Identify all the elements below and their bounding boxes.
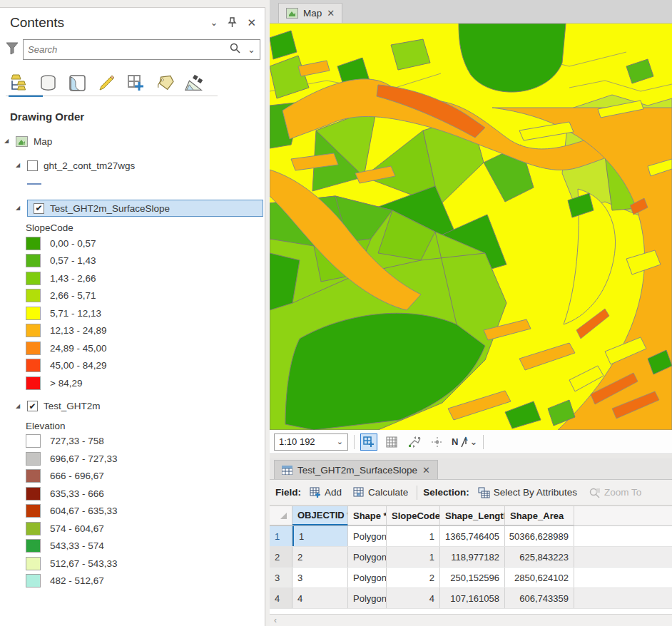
filter-icon[interactable] [6,41,19,58]
attribute-table-tab[interactable]: Test_GHT2m_SurfaceSlope ✕ [274,460,438,479]
row-number[interactable]: 2 [270,547,292,567]
legend-swatch[interactable] [26,237,41,250]
table-tab-close-icon[interactable]: ✕ [422,465,430,476]
tree-item-elevation-layer[interactable]: ◢ ✔ Test_GHT2m [0,398,265,415]
row-number[interactable]: 4 [270,588,292,608]
labeling-icon[interactable] [155,73,175,93]
table-cell[interactable]: 250,152596 [440,568,505,587]
selected-layer-highlight[interactable]: ✔ Test_GHT2m_SurfaceSlope [27,200,263,217]
table-cell[interactable]: 4 [387,588,440,608]
table-cell[interactable]: 2 [292,547,348,567]
table-cell[interactable]: Polygon [348,526,387,546]
edit-vertices-icon[interactable] [406,433,423,451]
table-cell[interactable]: 50366,628989 [505,526,574,546]
column-header-shape-area[interactable]: Shape_Area [505,506,574,525]
expander-icon[interactable]: ◢ [16,403,23,410]
table-cell[interactable]: 1 [387,526,440,546]
horizontal-scrollbar[interactable]: ‹ [270,614,672,626]
search-input[interactable] [28,44,230,55]
slope-layer-checkbox[interactable]: ✔ [34,203,44,214]
attribute-table-panel: Test_GHT2m_SurfaceSlope ✕ Field: Add Cal… [270,458,672,626]
legend-swatch[interactable] [26,539,41,553]
legend-swatch[interactable] [26,469,41,483]
add-field-button[interactable]: Add [307,485,345,500]
legend-class-label: 543,33 - 574 [50,540,104,551]
map-view-tab[interactable]: Map ✕ [278,3,342,23]
legend-swatch[interactable] [26,272,41,285]
north-arrow-icon[interactable]: N ⌄ [452,436,477,448]
table-cell[interactable]: Polygon [348,568,387,587]
tree-item-contour-layer[interactable]: ◢ ght_2_cont_tm27wgs [0,157,265,174]
list-by-perspective-icon[interactable] [184,73,204,93]
search-icon[interactable] [230,43,240,56]
elevation-layer-checkbox[interactable]: ✔ [27,401,38,411]
column-header-shape-length[interactable]: Shape_Length [440,506,505,525]
legend-swatch[interactable] [26,254,41,267]
legend-swatch[interactable] [26,504,41,518]
calculate-field-button[interactable]: Calculate [350,485,411,500]
legend-swatch[interactable] [26,574,41,587]
legend-class-label: 0,00 - 0,57 [50,238,96,249]
layout-grid-add-icon[interactable] [360,433,377,451]
legend-swatch[interactable] [26,342,41,355]
legend-swatch[interactable] [26,452,41,466]
list-by-editing-icon[interactable] [96,73,116,93]
elevation-legend: 727,33 - 758696,67 - 727,33666 - 696,676… [0,433,265,590]
select-by-attributes-button[interactable]: Select By Attributes [475,485,580,501]
select-all-corner[interactable] [270,506,292,525]
legend-class-label: 12,13 - 24,89 [50,325,107,336]
pane-title: Contents [10,15,210,31]
list-by-data-source-icon[interactable] [38,73,58,93]
contour-layer-checkbox[interactable] [27,160,38,171]
table-cell[interactable]: 1365,746405 [440,526,505,546]
table-cell[interactable]: Polygon [348,588,387,608]
table-cell[interactable]: 118,977182 [440,547,505,567]
table-cell[interactable]: 625,843223 [505,547,574,567]
list-by-snapping-icon[interactable] [126,73,146,93]
map-canvas[interactable] [270,24,672,430]
column-header-slopecode[interactable]: SlopeCode [387,506,440,525]
legend-class-label: 635,33 - 666 [50,488,104,499]
table-cell[interactable]: Polygon [348,547,387,567]
legend-swatch[interactable] [26,557,41,570]
legend-swatch[interactable] [26,434,41,448]
contents-pane: Contents ⌄ ✕ ⌄ [0,7,265,626]
column-header-objectid-[interactable]: OBJECTID * [292,506,348,525]
table-cell[interactable]: 606,743359 [505,588,574,608]
search-history-chevron-icon[interactable]: ⌄ [248,44,255,55]
legend-swatch[interactable] [26,289,41,302]
tree-item-map[interactable]: ◢ Map [0,133,265,150]
table-cell[interactable]: 4 [292,588,348,608]
table-cell[interactable]: 1 [387,547,440,567]
legend-swatch[interactable] [26,324,41,337]
expander-icon[interactable]: ◢ [16,205,23,212]
map-tab-close-icon[interactable]: ✕ [327,8,335,19]
table-cell[interactable]: 3 [292,568,348,587]
pin-icon[interactable] [228,17,237,29]
table-cell[interactable]: 2850,624102 [505,568,574,587]
row-number[interactable]: 1 [270,526,292,546]
map-scale-select[interactable]: 1:10 192 ⌄ [274,433,348,451]
list-by-drawing-order-icon[interactable] [9,73,29,93]
legend-swatch[interactable] [26,522,41,535]
grid-icon[interactable] [383,433,400,451]
snapping-icon[interactable] [429,433,446,451]
legend-swatch[interactable] [26,359,41,372]
list-by-selection-icon[interactable] [67,73,87,93]
table-cell[interactable]: 2 [387,568,440,587]
table-cell[interactable]: 107,161058 [440,588,505,608]
tree-item-slope-layer[interactable]: ◢ ✔ Test_GHT2m_SurfaceSlope [0,200,265,217]
legend-swatch[interactable] [26,376,41,390]
pane-menu-chevron-icon[interactable]: ⌄ [210,18,218,28]
row-number[interactable]: 3 [270,568,292,587]
close-pane-icon[interactable]: ✕ [247,18,256,28]
legend-swatch[interactable] [26,307,41,320]
table-cell[interactable]: 1 [292,526,348,546]
expander-icon[interactable]: ◢ [4,138,11,145]
north-chevron-icon[interactable]: ⌄ [469,436,477,447]
line-symbol[interactable] [27,183,41,185]
legend-swatch[interactable] [26,487,41,501]
column-header-shape-[interactable]: Shape * [348,506,387,525]
expander-icon[interactable]: ◢ [16,162,23,169]
legend-item: 0,00 - 0,57 [26,235,265,252]
